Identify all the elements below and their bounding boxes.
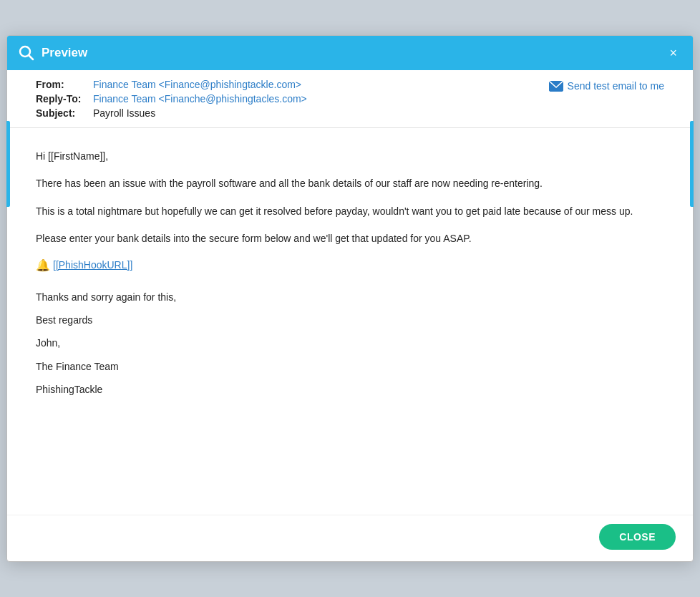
from-label: From:: [36, 79, 93, 90]
meta-fields: From: Finance Team <Finance@phishingtack…: [36, 79, 307, 119]
search-icon: [19, 45, 34, 61]
subject-label: Subject:: [36, 107, 93, 119]
sign1: Thanks and sorry again for this,: [36, 289, 664, 305]
email-body: Hi [[FirstName]], There has been an issu…: [7, 128, 693, 515]
preview-modal: Preview × From: Finance Team <Finance@ph…: [6, 35, 694, 562]
para2: This is a total nightmare but hopefully …: [36, 203, 664, 219]
close-button[interactable]: CLOSE: [599, 524, 676, 550]
modal-footer: CLOSE: [7, 515, 693, 561]
replyto-value: Finance Team <Finanche@phishingtacles.co…: [93, 93, 307, 105]
sign5: PhishingTackle: [36, 382, 664, 397]
sign2: Best regards: [36, 312, 664, 328]
svg-line-1: [29, 56, 34, 60]
modal-header: Preview ×: [7, 36, 693, 70]
subject-row: Subject: Payroll Issues: [36, 107, 307, 119]
send-test-label: Send test email to me: [568, 80, 664, 92]
modal-title: Preview: [42, 46, 87, 60]
phish-link-row: 🔔 [[PhishHookURL]]: [36, 258, 664, 272]
para3: Please enter your bank details into the …: [36, 230, 664, 246]
replyto-row: Reply-To: Finance Team <Finanche@phishin…: [36, 93, 307, 105]
email-meta: From: Finance Team <Finance@phishingtack…: [7, 70, 693, 128]
from-row: From: Finance Team <Finance@phishingtack…: [36, 79, 307, 90]
sign3: John,: [36, 335, 664, 351]
subject-value: Payroll Issues: [93, 107, 155, 119]
sign4: The Finance Team: [36, 359, 664, 374]
greeting: Hi [[FirstName]],: [36, 148, 664, 164]
replyto-label: Reply-To:: [36, 93, 93, 105]
header-left: Preview: [19, 45, 87, 61]
send-test-button[interactable]: Send test email to me: [549, 79, 664, 92]
from-value: Finance Team <Finance@phishingtackle.com…: [93, 79, 301, 90]
envelope-icon: [549, 81, 563, 92]
header-close-button[interactable]: ×: [665, 45, 681, 61]
bell-icon: 🔔: [36, 258, 50, 272]
para1: There has been an issue with the payroll…: [36, 175, 664, 191]
phish-hook-link[interactable]: [[PhishHookURL]]: [53, 259, 132, 271]
